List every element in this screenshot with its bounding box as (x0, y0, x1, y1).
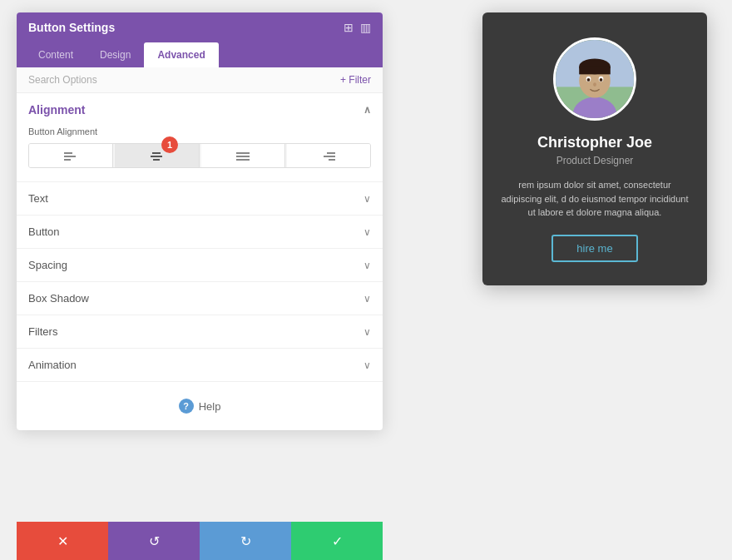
settings-panel: Button Settings ⊞ ▥ Content Design Advan… (17, 12, 383, 430)
align-left-option[interactable] (29, 144, 113, 167)
svg-point-21 (587, 78, 591, 82)
svg-rect-11 (329, 159, 335, 161)
section-alignment-label: Alignment (28, 103, 85, 116)
section-spacing-label: Spacing (28, 259, 67, 271)
section-text-header[interactable]: Text ∨ (17, 182, 383, 215)
panel-title: Button Settings (28, 21, 115, 34)
columns-icon[interactable]: ▥ (360, 21, 371, 34)
help-label[interactable]: Help (199, 400, 221, 413)
panel-header-icons: ⊞ ▥ (344, 21, 371, 34)
section-spacing: Spacing ∨ (17, 249, 383, 282)
redo-icon: ↻ (240, 533, 251, 549)
panel-header: Button Settings ⊞ ▥ (17, 12, 383, 42)
section-box-shadow-header[interactable]: Box Shadow ∨ (17, 282, 383, 315)
section-text: Text ∨ (17, 182, 383, 216)
svg-rect-7 (236, 156, 250, 157)
tab-content[interactable]: Content (25, 42, 87, 67)
chevron-down-spacing-icon: ∨ (364, 260, 371, 271)
help-icon: ? (179, 399, 194, 414)
section-box-shadow-label: Box Shadow (28, 292, 89, 305)
svg-rect-4 (151, 156, 162, 157)
expand-icon[interactable]: ⊞ (344, 21, 354, 34)
hire-me-button[interactable]: hire me (551, 235, 637, 262)
section-alignment: Alignment ∧ Button Alignment (17, 93, 383, 182)
profile-name: Christopher Joe (537, 134, 652, 151)
section-alignment-body: Button Alignment (17, 126, 383, 181)
svg-rect-2 (64, 159, 71, 161)
section-box-shadow: Box Shadow ∨ (17, 282, 383, 315)
svg-rect-1 (64, 156, 76, 157)
alignment-options (28, 143, 371, 168)
bottom-bar: ✕ ↺ ↻ ✓ (17, 522, 383, 560)
cancel-button[interactable]: ✕ (17, 522, 108, 560)
chevron-down-button-icon: ∨ (364, 226, 371, 238)
svg-rect-10 (324, 156, 335, 157)
panel-content: Alignment ∧ Button Alignment (17, 93, 383, 430)
section-button-header[interactable]: Button ∨ (17, 216, 383, 248)
avatar (553, 37, 636, 121)
svg-rect-0 (64, 152, 72, 154)
align-justify-option[interactable] (201, 144, 285, 167)
search-placeholder: Search Options (28, 74, 97, 86)
save-icon: ✓ (332, 533, 343, 549)
section-text-label: Text (28, 192, 48, 205)
section-alignment-header[interactable]: Alignment ∧ (17, 93, 383, 126)
chevron-down-filters-icon: ∨ (364, 326, 371, 338)
svg-point-22 (600, 78, 603, 82)
svg-rect-3 (152, 152, 161, 154)
section-button-label: Button (28, 225, 60, 238)
svg-rect-6 (236, 152, 250, 154)
alignment-options-wrapper: 1 (28, 143, 371, 168)
section-animation-label: Animation (28, 359, 77, 371)
section-button: Button ∨ (17, 216, 383, 249)
chevron-down-shadow-icon: ∨ (364, 293, 371, 305)
help-section: ? Help (17, 382, 383, 430)
svg-rect-5 (153, 159, 160, 161)
svg-rect-18 (579, 67, 611, 74)
section-filters-header[interactable]: Filters ∨ (17, 315, 383, 348)
chevron-down-text-icon: ∨ (364, 193, 371, 205)
align-right-option[interactable] (287, 144, 370, 167)
save-button[interactable]: ✓ (291, 522, 383, 560)
search-bar: Search Options + Filter (17, 67, 383, 93)
profile-title: Product Designer (556, 155, 634, 166)
chevron-up-icon: ∧ (364, 104, 371, 116)
section-animation: Animation ∨ (17, 349, 383, 382)
tab-design[interactable]: Design (87, 42, 144, 67)
profile-bio: rem ipsum dolor sit amet, consectetur ad… (499, 178, 690, 220)
section-filters: Filters ∨ (17, 315, 383, 349)
undo-button[interactable]: ↺ (108, 522, 200, 560)
button-alignment-label: Button Alignment (28, 126, 371, 136)
section-spacing-header[interactable]: Spacing ∨ (17, 249, 383, 281)
tabs-bar: Content Design Advanced (17, 42, 383, 67)
svg-point-23 (593, 82, 596, 87)
redo-button[interactable]: ↻ (200, 522, 291, 560)
badge-number: 1 (161, 136, 178, 153)
filter-button[interactable]: + Filter (340, 74, 371, 86)
tab-advanced[interactable]: Advanced (144, 42, 218, 67)
chevron-down-animation-icon: ∨ (364, 359, 371, 371)
undo-icon: ↺ (149, 533, 160, 549)
section-animation-header[interactable]: Animation ∨ (17, 349, 383, 381)
svg-rect-8 (236, 159, 250, 161)
cancel-icon: ✕ (57, 533, 68, 549)
svg-rect-9 (327, 152, 335, 154)
section-filters-label: Filters (28, 325, 57, 338)
align-center-option[interactable] (115, 144, 199, 167)
profile-card: Christopher Joe Product Designer rem ips… (482, 12, 707, 285)
